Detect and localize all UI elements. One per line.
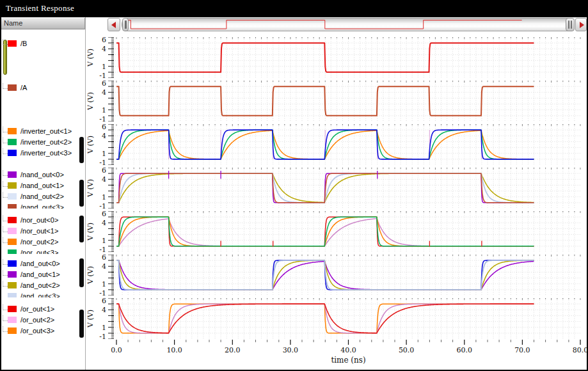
signal-color-swatch[interactable]: [8, 317, 17, 323]
signal-row[interactable]: /nand_out<0>: [8, 171, 83, 180]
plot-canvas-B[interactable]: [115, 37, 582, 78]
tree-branch-icon: [3, 127, 8, 132]
signal-label[interactable]: /or_out<2>: [20, 316, 54, 324]
signal-color-swatch[interactable]: [8, 217, 17, 223]
tree-branch-icon: [3, 181, 8, 187]
plot-canvas-or[interactable]: [115, 298, 582, 339]
subplot-and[interactable]: V (V)641-1: [86, 255, 585, 296]
signal-color-swatch[interactable]: [8, 260, 17, 267]
plot-canvas-A[interactable]: [115, 81, 582, 122]
signal-label[interactable]: /or_out<1>: [20, 305, 54, 313]
range-left-handle[interactable]: [122, 18, 129, 31]
signal-color-swatch[interactable]: [8, 171, 17, 178]
name-column-header[interactable]: Name: [1, 18, 85, 29]
y-tick-label: 4: [91, 45, 106, 53]
signal-row[interactable]: /nor_out<2>: [8, 238, 83, 247]
signal-label[interactable]: /and_out<0>: [20, 260, 60, 267]
subplot-A[interactable]: V (V)641-1: [86, 81, 585, 122]
signal-row[interactable]: /nand_out<2>: [8, 193, 83, 201]
plot-canvas-nor[interactable]: [115, 211, 582, 252]
signal-color-swatch[interactable]: [8, 204, 17, 209]
subplot-inverter[interactable]: V (V)641-1: [86, 124, 585, 165]
signal-color-swatch[interactable]: [8, 328, 17, 334]
x-axis-labels: 0.010.020.030.040.050.060.070.080.0: [115, 346, 582, 354]
signal-label[interactable]: /nor_out<0>: [20, 216, 58, 224]
scroll-right-button[interactable]: [575, 18, 587, 31]
signal-color-swatch[interactable]: [8, 249, 17, 254]
plot-canvas-and[interactable]: [115, 255, 582, 296]
tree-branch-icon: [3, 83, 8, 89]
signal-label[interactable]: /inverter_out<3>: [20, 149, 72, 157]
signal-color-swatch[interactable]: [8, 84, 17, 91]
signal-color-swatch[interactable]: [8, 293, 17, 297]
signal-row[interactable]: /A: [8, 84, 83, 93]
signal-row[interactable]: /B: [8, 40, 83, 49]
subplot-nand[interactable]: V (V)641-1: [86, 168, 585, 209]
y-tick-label: 1: [91, 280, 106, 288]
group-indicator-bar[interactable]: [79, 137, 84, 163]
signal-color-swatch[interactable]: [8, 193, 17, 200]
y-tick-label: 4: [91, 88, 106, 97]
signal-label[interactable]: /nand_out<0>: [20, 171, 64, 178]
scroll-left-button[interactable]: [107, 18, 120, 31]
signal-label[interactable]: /nor_out<3>: [20, 249, 58, 254]
signal-label[interactable]: /inverter_out<2>: [20, 138, 72, 146]
signal-label[interactable]: /A: [20, 84, 27, 91]
trace-/A[interactable]: [116, 86, 534, 116]
signal-row[interactable]: /nand_out<3>: [8, 203, 83, 209]
signal-row[interactable]: /and_out<2>: [8, 281, 83, 290]
trace-/and_out<3>[interactable]: [116, 260, 534, 290]
signal-label[interactable]: /and_out<1>: [20, 271, 60, 278]
signal-label[interactable]: /nand_out<3>: [20, 203, 64, 209]
signal-row[interactable]: /nor_out<1>: [8, 227, 83, 236]
signal-row[interactable]: /inverter_out<1>: [8, 127, 83, 136]
signal-row[interactable]: /and_out<0>: [8, 260, 83, 269]
signal-row[interactable]: /nand_out<1>: [8, 182, 83, 191]
signal-label[interactable]: /inverter_out<1>: [20, 127, 72, 135]
signal-row[interactable]: /inverter_out<3>: [8, 149, 83, 158]
time-range-scrollbar[interactable]: [122, 18, 574, 31]
trace-/B[interactable]: [116, 43, 534, 72]
signal-color-swatch[interactable]: [8, 306, 17, 312]
range-right-handle[interactable]: [566, 18, 575, 31]
signal-color-swatch[interactable]: [8, 271, 17, 278]
signal-color-swatch[interactable]: [8, 40, 17, 47]
signal-row[interactable]: /or_out<1>: [8, 305, 83, 314]
y-tick-label: 4: [91, 262, 106, 271]
signal-label[interactable]: /nor_out<2>: [20, 238, 58, 246]
signal-label[interactable]: /B: [20, 40, 27, 47]
y-axis-title: V (V): [86, 169, 95, 207]
signal-row[interactable]: /nor_out<3>: [8, 249, 83, 254]
y-tick-label: 6: [91, 166, 106, 175]
plot-canvas-nand[interactable]: [115, 168, 582, 209]
signal-color-swatch[interactable]: [8, 150, 17, 156]
signal-row[interactable]: /inverter_out<2>: [8, 138, 83, 147]
signal-label[interactable]: /nor_out<1>: [20, 227, 58, 235]
signal-color-swatch[interactable]: [8, 182, 17, 189]
subplot-or[interactable]: V (V)641-1: [86, 298, 585, 339]
signal-color-swatch[interactable]: [8, 228, 17, 234]
signal-row[interactable]: /or_out<3>: [8, 327, 83, 336]
signal-label[interactable]: /nand_out<2>: [20, 193, 64, 200]
group-indicator-bar[interactable]: [79, 216, 84, 242]
signal-label[interactable]: /nand_out<1>: [20, 182, 64, 189]
signal-label[interactable]: /or_out<3>: [20, 327, 54, 335]
group-indicator-bar[interactable]: [79, 258, 84, 287]
subplot-B[interactable]: V (V)641-1: [86, 37, 585, 78]
signal-row[interactable]: /or_out<2>: [8, 316, 83, 325]
signal-row[interactable]: /and_out<3>: [8, 292, 83, 297]
signal-label[interactable]: /and_out<3>: [20, 292, 60, 297]
signal-color-swatch[interactable]: [8, 282, 17, 288]
window-title: Transient Response: [6, 3, 74, 13]
subplot-nor[interactable]: V (V)641-1: [86, 211, 585, 252]
signal-color-swatch[interactable]: [8, 139, 17, 145]
signal-label[interactable]: /and_out<2>: [20, 281, 60, 289]
group-indicator-bar[interactable]: [79, 310, 84, 338]
signal-row[interactable]: /nor_out<0>: [8, 216, 83, 225]
y-tick-label: 6: [91, 253, 106, 262]
signal-color-swatch[interactable]: [8, 128, 17, 134]
signal-color-swatch[interactable]: [8, 239, 17, 245]
group-indicator-bar[interactable]: [79, 180, 84, 207]
signal-row[interactable]: /and_out<1>: [8, 271, 83, 280]
plot-canvas-inverter[interactable]: [115, 124, 582, 165]
